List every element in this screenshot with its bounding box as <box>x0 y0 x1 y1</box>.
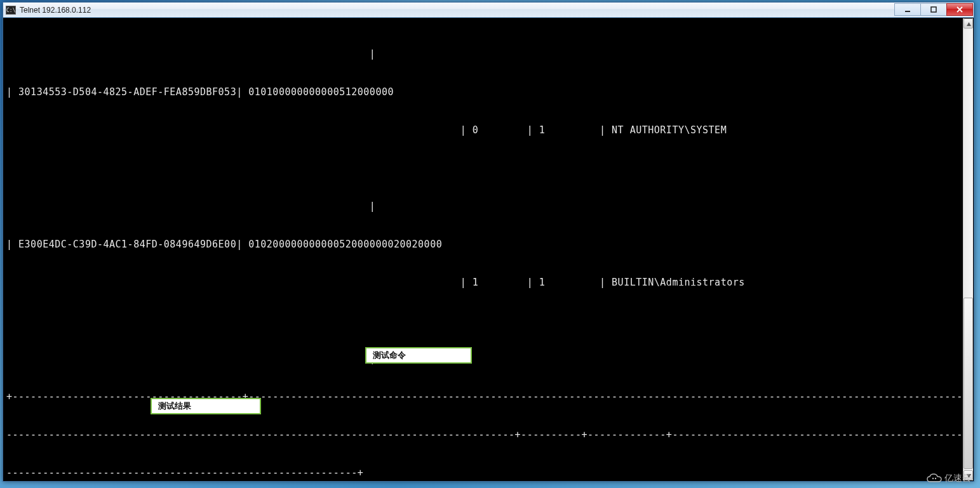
terminal-line: +--------------------------------------+… <box>6 390 960 403</box>
cloud-icon <box>927 473 942 484</box>
callout-test-command: 测试命令 <box>365 347 472 364</box>
svg-rect-0 <box>905 11 910 12</box>
terminal-output[interactable]: | | 30134553-D504-4825-ADEF-FEA859DBF053… <box>4 18 963 480</box>
terminal-line: | <box>6 48 960 60</box>
svg-point-3 <box>935 478 936 479</box>
window-title: Telnet 192.168.0.112 <box>20 6 972 15</box>
terminal-line <box>6 314 960 327</box>
maximize-button[interactable] <box>920 3 947 16</box>
telnet-window: C:\ Telnet 192.168.0.112 | | 30134553-D5… <box>3 2 974 482</box>
terminal-line: | 30134553-D504-4825-ADEF-FEA859DBF053| … <box>6 86 960 98</box>
cmd-icon: C:\ <box>6 6 16 15</box>
svg-rect-1 <box>931 7 936 12</box>
terminal-line: | <box>6 200 960 213</box>
terminal-line <box>6 162 960 175</box>
vertical-scrollbar[interactable] <box>963 18 973 480</box>
scrollbar-up-arrow-icon[interactable] <box>963 18 973 29</box>
terminal-line: ----------------------------------------… <box>6 466 960 479</box>
scrollbar-thumb[interactable] <box>963 298 973 469</box>
watermark: 亿速云 <box>927 473 971 484</box>
terminal-line: | E300E4DC-C39D-4AC1-84FD-0849649D6E00| … <box>6 238 960 251</box>
watermark-text: 亿速云 <box>944 473 971 484</box>
svg-point-2 <box>932 478 934 479</box>
terminal-line: | <box>6 352 960 365</box>
callout-test-result: 测试结果 <box>151 398 261 414</box>
close-button[interactable] <box>946 3 973 16</box>
terminal-line: | 1 | 1 | BUILTIN\Administrators <box>6 276 960 289</box>
window-titlebar[interactable]: C:\ Telnet 192.168.0.112 <box>3 3 974 18</box>
minimize-button[interactable] <box>894 3 921 16</box>
terminal-line: ----------------------------------------… <box>6 428 960 441</box>
terminal-line: | 0 | 1 | NT AUTHORITY\SYSTEM <box>6 124 960 136</box>
